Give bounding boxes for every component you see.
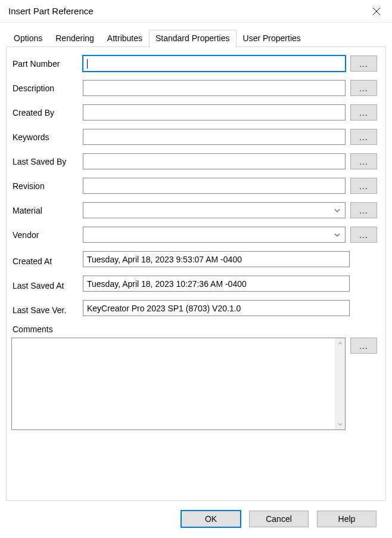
- created-by-browse-button[interactable]: ...: [350, 104, 377, 120]
- keywords-label: Keywords: [11, 132, 78, 142]
- cancel-button[interactable]: Cancel: [249, 511, 309, 527]
- last-saved-at-label: Last Saved At: [11, 277, 78, 290]
- chevron-down-icon: [334, 209, 340, 212]
- keywords-browse-button[interactable]: ...: [350, 129, 377, 145]
- material-label: Material: [11, 206, 78, 215]
- description-input[interactable]: [83, 80, 346, 96]
- tab-options[interactable]: Options: [7, 30, 49, 47]
- tab-user-properties[interactable]: User Properties: [237, 30, 307, 47]
- part-number-label: Part Number: [11, 59, 78, 69]
- help-button[interactable]: Help: [317, 511, 377, 527]
- last-saved-by-label: Last Saved By: [11, 157, 78, 166]
- vendor-select[interactable]: [83, 227, 346, 243]
- comments-textarea[interactable]: [12, 338, 335, 429]
- revision-input[interactable]: [83, 178, 346, 194]
- window-title: Insert Part Reference: [8, 6, 94, 16]
- created-at-value: Tuesday, April 18, 2023 9:53:07 AM -0400: [83, 251, 350, 267]
- part-number-browse-button[interactable]: ...: [350, 55, 377, 72]
- description-label: Description: [11, 84, 78, 93]
- tab-standard-properties[interactable]: Standard Properties: [149, 30, 237, 47]
- scroll-up-icon[interactable]: [335, 338, 345, 348]
- scroll-down-icon[interactable]: [335, 419, 345, 429]
- material-browse-button[interactable]: ...: [350, 202, 377, 218]
- keywords-input[interactable]: [83, 129, 346, 145]
- close-button[interactable]: [363, 2, 390, 21]
- dialog-button-row: OK Cancel Help: [6, 501, 386, 538]
- vendor-browse-button[interactable]: ...: [350, 227, 377, 243]
- created-at-label: Created At: [11, 253, 78, 266]
- vendor-label: Vendor: [11, 230, 78, 240]
- last-saved-by-input[interactable]: [83, 153, 346, 169]
- titlebar: Insert Part Reference: [0, 0, 392, 23]
- last-saved-at-value: Tuesday, April 18, 2023 10:27:36 AM -040…: [83, 276, 350, 292]
- last-save-ver-value: KeyCreator Pro 2023 SP1 (8703) V20.1.0: [83, 300, 350, 316]
- comments-box: [11, 338, 346, 430]
- last-saved-by-browse-button[interactable]: ...: [350, 153, 377, 169]
- comments-browse-button[interactable]: ...: [350, 338, 377, 354]
- tab-strip: Options Rendering Attributes Standard Pr…: [6, 30, 386, 47]
- chevron-down-icon: [334, 233, 340, 237]
- created-by-input[interactable]: [83, 104, 346, 120]
- dialog-body: Options Rendering Attributes Standard Pr…: [0, 23, 392, 538]
- revision-browse-button[interactable]: ...: [350, 178, 377, 194]
- description-browse-button[interactable]: ...: [350, 80, 377, 96]
- part-number-input[interactable]: [83, 55, 346, 72]
- tab-attributes[interactable]: Attributes: [101, 30, 149, 47]
- comments-label: Comments: [11, 324, 377, 334]
- tab-rendering[interactable]: Rendering: [49, 30, 101, 47]
- created-by-label: Created By: [11, 108, 78, 118]
- revision-label: Revision: [11, 181, 78, 191]
- close-icon: [372, 7, 381, 16]
- comments-scrollbar[interactable]: [335, 338, 345, 429]
- last-save-ver-label: Last Save Ver.: [11, 302, 78, 315]
- ok-button[interactable]: OK: [181, 511, 241, 527]
- tab-content: Part Number ... Description ... Created …: [6, 47, 386, 501]
- material-select[interactable]: [83, 202, 346, 218]
